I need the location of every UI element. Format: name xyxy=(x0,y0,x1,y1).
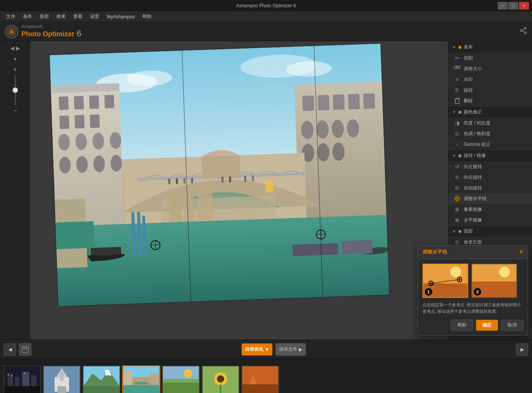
filmstrip-item-2[interactable] xyxy=(43,366,81,393)
dialog-thumbnails: 1 2 xyxy=(422,264,523,298)
section-header-basic[interactable]: ▼ 基本 xyxy=(448,41,532,53)
svg-rect-54 xyxy=(265,181,273,192)
save-file-label: 保存文件 xyxy=(279,346,297,353)
rotate-left-icon: ↺ xyxy=(454,163,461,170)
panel-item-rotate-right-label: 向右旋转 xyxy=(464,174,482,181)
svg-rect-14 xyxy=(59,96,69,110)
panel-item-redeye-label: 修复红眼 xyxy=(464,239,482,246)
panel-item-watermark[interactable]: ≡ 水印 xyxy=(448,74,532,85)
svg-point-126 xyxy=(499,267,510,277)
menu-face[interactable]: 面部 xyxy=(37,12,52,21)
svg-rect-91 xyxy=(11,375,13,377)
dialog-confirm-button[interactable]: 确定 xyxy=(476,320,498,331)
svg-rect-75 xyxy=(455,99,459,104)
logo-product: Photo Optimizer xyxy=(21,31,74,37)
svg-rect-49 xyxy=(191,178,193,183)
menu-bar: 文件 基本 面部 效果 查看 设置 MyAshampoo 帮助 xyxy=(0,11,532,22)
svg-rect-92 xyxy=(24,373,25,374)
dialog-cancel-button[interactable]: 取消 xyxy=(501,320,523,331)
brightness-icon: ◑ xyxy=(454,120,461,126)
svg-rect-96 xyxy=(58,386,66,393)
panel-item-rotate[interactable]: ↻ 旋转 xyxy=(448,85,532,95)
minimize-button[interactable]: ─ xyxy=(498,2,508,10)
section-header-face[interactable]: ▼ 面部 xyxy=(448,225,532,237)
dialog-title-text: 调整水平线 xyxy=(422,249,447,256)
svg-rect-89 xyxy=(4,386,40,393)
panel-item-free-rotate[interactable]: ↻ 自由旋转 xyxy=(448,183,532,193)
svg-line-5 xyxy=(522,29,524,30)
svg-rect-51 xyxy=(229,176,231,182)
nav-right-arrow[interactable]: ▶ xyxy=(16,45,20,51)
svg-rect-33 xyxy=(348,94,360,110)
panel-item-mirror-h-label: 像素镜像 xyxy=(464,206,482,213)
app-header: A Ashampoo® Photo Optimizer 6 xyxy=(0,22,532,41)
menu-effects[interactable]: 效果 xyxy=(53,12,69,21)
info-button[interactable] xyxy=(19,343,31,356)
save-file-button[interactable]: 保存文件 ▶ xyxy=(276,343,306,356)
filmstrip-item-4[interactable] xyxy=(122,366,160,393)
section-header-color[interactable]: ▼ 颜色修正 xyxy=(448,106,532,118)
filmstrip-item-1[interactable] xyxy=(3,366,41,393)
filmstrip-next-icon: ▶ xyxy=(521,347,524,352)
nav-down-arrow[interactable]: ▼ xyxy=(13,57,18,62)
filmstrip-item-3[interactable] xyxy=(82,366,121,393)
dialog-thumb-2[interactable]: 2 xyxy=(471,264,517,298)
panel-item-mirror-v[interactable]: ⊕ 水平镜像 xyxy=(448,215,532,225)
bottom-toolbar: ◀ 自动优化 ▼ 保存文件 ▶ ▶ xyxy=(0,340,532,359)
svg-rect-20 xyxy=(90,114,100,128)
menu-settings[interactable]: 设置 xyxy=(87,12,102,21)
maximize-button[interactable]: □ xyxy=(508,2,518,10)
panel-item-adjust-horizon[interactable]: 调整水平线 xyxy=(448,193,532,204)
filmstrip-item-7[interactable] xyxy=(241,366,279,393)
nav-left-arrow[interactable]: ◀ xyxy=(10,45,15,51)
photo-canvas xyxy=(49,43,390,307)
panel-item-hsl[interactable]: ⊙ 色调 / 饱和度 xyxy=(448,128,532,139)
svg-point-116 xyxy=(450,267,461,277)
panel-item-mirror-h[interactable]: ⊕ 像素镜像 xyxy=(448,204,532,215)
panel-item-crop[interactable]: ✂ 切割 xyxy=(448,53,532,63)
dialog-close-button[interactable]: ✕ xyxy=(519,249,523,255)
dialog-help-button[interactable]: 帮助 xyxy=(451,320,473,331)
filmstrip-item-5[interactable] xyxy=(162,366,200,393)
dialog-footer: 帮助 确定 取消 xyxy=(422,320,523,331)
title-bar: Ashampoo Photo Optimizer 6 ─ □ ✕ xyxy=(0,0,532,11)
dialog-thumb-1[interactable]: 1 xyxy=(422,264,468,298)
section-dot-face xyxy=(458,230,461,233)
filmstrip-prev-button[interactable]: ◀ xyxy=(4,343,16,356)
zoom-slider[interactable] xyxy=(15,75,16,105)
svg-rect-88 xyxy=(31,375,37,388)
panel-item-gamma[interactable]: ○ Gamma 校正 xyxy=(448,139,532,150)
panel-item-brightness-label: 亮度 / 对比度 xyxy=(464,120,490,126)
canvas-area[interactable] xyxy=(31,41,448,340)
menu-basic[interactable]: 基本 xyxy=(20,12,35,21)
panel-item-delete[interactable]: 删除 xyxy=(448,95,532,106)
panel-item-brightness[interactable]: ◑ 亮度 / 对比度 xyxy=(448,118,532,128)
svg-rect-46 xyxy=(168,179,171,184)
filmstrip-next-button[interactable]: ▶ xyxy=(516,343,528,356)
share-icon[interactable] xyxy=(520,27,527,36)
panel-item-free-rotate-label: 自由旋转 xyxy=(464,185,482,191)
menu-help[interactable]: 帮助 xyxy=(139,12,155,21)
panel-item-rotate-left[interactable]: ↺ 向左旋转 xyxy=(448,161,532,172)
svg-rect-72 xyxy=(342,240,372,255)
svg-rect-81 xyxy=(22,346,28,353)
menu-view[interactable]: 查看 xyxy=(70,12,85,21)
panel-item-resize[interactable]: 调整大小 xyxy=(448,63,532,74)
panel-item-rotate-right[interactable]: ↻ 向右旋转 xyxy=(448,172,532,183)
menu-file[interactable]: 文件 xyxy=(3,12,18,21)
panel-item-gamma-label: Gamma 校正 xyxy=(464,141,490,148)
zoom-in-button[interactable]: + xyxy=(11,66,19,73)
filmstrip-prev-icon: ◀ xyxy=(8,347,12,352)
section-header-rotate[interactable]: ▼ 旋转 / 镜像 xyxy=(448,150,532,161)
filmstrip-item-6[interactable] xyxy=(202,366,240,393)
svg-rect-83 xyxy=(26,348,27,349)
rotate-right-icon: ↻ xyxy=(454,174,461,181)
close-button[interactable]: ✕ xyxy=(519,2,529,10)
svg-rect-111 xyxy=(220,384,221,393)
free-rotate-icon: ↻ xyxy=(454,184,461,191)
svg-rect-95 xyxy=(60,372,63,381)
zoom-out-button[interactable]: − xyxy=(11,107,19,115)
menu-myashampoo[interactable]: MyAshampoo xyxy=(104,13,138,21)
section-dot-basic xyxy=(458,46,461,49)
auto-optimize-button[interactable]: 自动优化 ▼ xyxy=(242,343,273,356)
